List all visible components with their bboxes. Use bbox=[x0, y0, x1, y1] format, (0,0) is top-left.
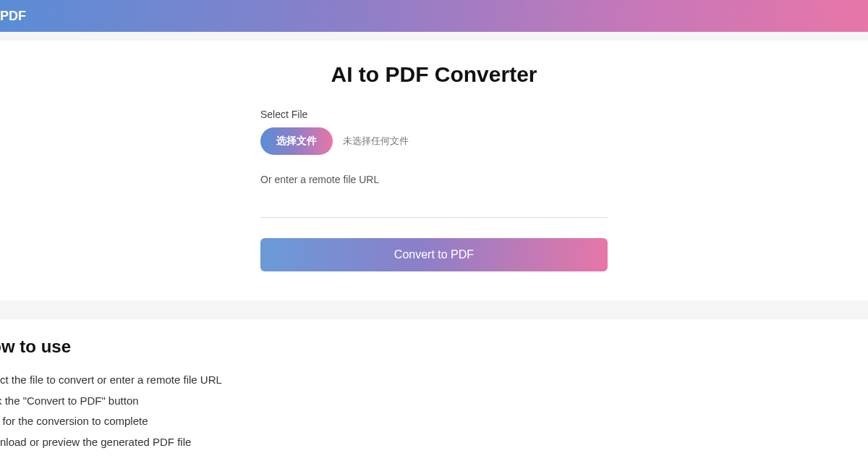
howto-card: How to use Select the file to convert or… bbox=[0, 319, 868, 456]
choose-file-button[interactable]: 选择文件 bbox=[260, 127, 333, 155]
howto-title: How to use bbox=[0, 337, 868, 357]
or-url-label: Or enter a remote file URL bbox=[260, 174, 608, 185]
file-picker-row: 选择文件 未选择任何文件 bbox=[260, 127, 608, 155]
convert-button[interactable]: Convert to PDF bbox=[260, 238, 608, 271]
howto-step: Wait for the conversion to complete bbox=[0, 411, 868, 432]
howto-list: Select the file to convert or enter a re… bbox=[0, 370, 868, 452]
howto-step: Download or preview the generated PDF fi… bbox=[0, 432, 868, 453]
converter-form: Select File 选择文件 未选择任何文件 Or enter a remo… bbox=[253, 109, 615, 271]
converter-card: AI to PDF Converter Select File 选择文件 未选择… bbox=[0, 41, 868, 300]
header: PDF bbox=[0, 0, 868, 32]
howto-step: Click the "Convert to PDF" button bbox=[0, 391, 868, 412]
url-input[interactable] bbox=[260, 194, 608, 218]
file-status-text: 未选择任何文件 bbox=[343, 135, 409, 148]
brand-text: PDF bbox=[0, 9, 26, 24]
select-file-label: Select File bbox=[260, 109, 608, 120]
howto-step: Select the file to convert or enter a re… bbox=[0, 370, 868, 391]
page-title: AI to PDF Converter bbox=[0, 62, 868, 87]
